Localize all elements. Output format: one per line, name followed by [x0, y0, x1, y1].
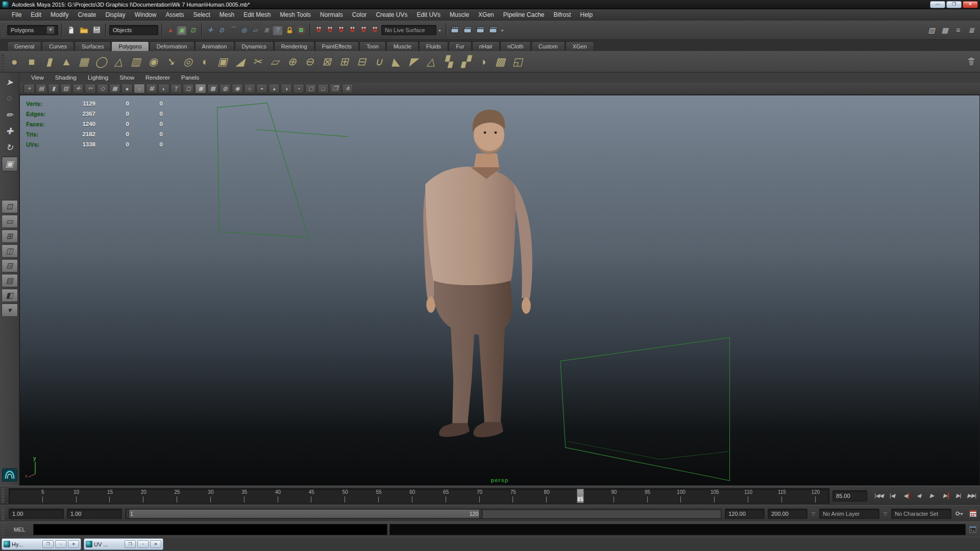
- select-tool-button[interactable]: ➤: [2, 74, 18, 90]
- default-lighting-icon[interactable]: ◉: [232, 84, 243, 93]
- menu-display[interactable]: Display: [101, 10, 130, 20]
- step-back-key-button[interactable]: ◀: [899, 490, 912, 502]
- human-model[interactable]: [423, 110, 532, 437]
- anim-layer-selector[interactable]: No Anim Layer: [819, 509, 879, 519]
- shelf-tab-custom[interactable]: Custom: [531, 41, 565, 51]
- select-hierarchy-icon[interactable]: ▲: [165, 25, 176, 35]
- 3d-viewport-canvas[interactable]: Verts: 1129 0 0 Edges: 2367 0 0 Faces:: [19, 95, 980, 486]
- playback-end-field[interactable]: 120.00: [725, 509, 765, 519]
- xray-icon[interactable]: ◼: [195, 84, 206, 93]
- separate-icon[interactable]: ⊖: [301, 53, 318, 70]
- uv-automatic-mapping-icon[interactable]: ▩: [492, 53, 509, 70]
- time-slider-ruler[interactable]: 85 5101520253035404550556065707580859095…: [9, 488, 829, 504]
- chevron-down-icon[interactable]: ▽: [883, 511, 888, 516]
- poly-sphere-icon[interactable]: ●: [6, 53, 23, 70]
- merge-vertices-icon[interactable]: ∪: [370, 53, 387, 70]
- dof-icon[interactable]: ◔: [293, 84, 304, 93]
- chevron-down-icon[interactable]: ▼: [46, 26, 55, 34]
- panel-menu-renderer[interactable]: Renderer: [140, 73, 176, 82]
- step-back-frame-button[interactable]: |◀: [886, 490, 898, 502]
- chevron-right-icon[interactable]: ▸: [501, 28, 505, 33]
- all-lights-icon[interactable]: ○: [244, 84, 255, 93]
- paint-select-tool-button[interactable]: ✏: [2, 107, 18, 122]
- uv-editor-icon[interactable]: ◱: [509, 53, 526, 70]
- auto-keyframe-icon[interactable]: [954, 509, 965, 519]
- poly-pyramid-icon[interactable]: △: [110, 53, 127, 70]
- character-set-selector[interactable]: No Character Set: [891, 509, 951, 519]
- window-restore-button[interactable]: [42, 540, 54, 548]
- shadows-icon[interactable]: ◓: [256, 84, 267, 93]
- menu-normals[interactable]: Normals: [315, 10, 348, 20]
- shelf-tab-dynamics[interactable]: Dynamics: [235, 41, 274, 51]
- hardware-texturing-icon[interactable]: ◍: [219, 84, 231, 93]
- go-to-end-button[interactable]: ▶▶|: [965, 490, 978, 502]
- step-forward-frame-button[interactable]: ▶|: [952, 490, 965, 502]
- go-to-start-button[interactable]: |◀◀: [872, 490, 885, 502]
- render-settings-icon[interactable]: [488, 24, 499, 36]
- time-slider-grip[interactable]: [1, 488, 5, 504]
- open-render-view-icon[interactable]: [450, 24, 461, 36]
- lock-icon[interactable]: [284, 25, 295, 35]
- poly-cone-icon[interactable]: ▲: [58, 53, 75, 70]
- layout-hypergraph-persp-button[interactable]: ▤: [2, 274, 18, 287]
- smooth-icon[interactable]: ◎: [179, 53, 197, 70]
- minimized-window[interactable]: Hy...: [2, 538, 81, 550]
- isolate-select-icon[interactable]: ▢: [305, 84, 316, 93]
- shelf-tab-muscle[interactable]: Muscle: [386, 41, 419, 51]
- ipr-render-icon[interactable]: [475, 24, 486, 36]
- playback-range-bar[interactable]: 1 120: [126, 509, 483, 518]
- bookmark-icon[interactable]: ▮: [48, 84, 59, 93]
- menu-edit-uvs[interactable]: Edit UVs: [412, 10, 445, 20]
- panel-menu-lighting[interactable]: Lighting: [82, 73, 114, 82]
- bounding-box-icon[interactable]: ⊠: [146, 84, 157, 93]
- rotate-tool-button[interactable]: ↻: [2, 140, 18, 155]
- window-maximize-button[interactable]: [55, 540, 66, 548]
- shelf-tab-fluids[interactable]: Fluids: [419, 41, 448, 51]
- menu-mesh[interactable]: Mesh: [215, 10, 239, 20]
- window-restore-button[interactable]: [125, 540, 136, 548]
- current-time-field[interactable]: 85.00: [832, 490, 867, 502]
- modeling-toolkit-toggle-icon[interactable]: ▨: [926, 24, 937, 36]
- menu-file[interactable]: File: [7, 10, 26, 20]
- menu-pipeline-cache[interactable]: Pipeline Cache: [499, 10, 549, 20]
- universal-manipulator-icon[interactable]: ⊡: [2, 200, 18, 213]
- motion-blur-icon[interactable]: ◑: [281, 84, 292, 93]
- quad-draw-icon[interactable]: ➘: [162, 53, 179, 70]
- move-tool-button[interactable]: ✚: [2, 123, 18, 139]
- snap-magnet-plane-icon[interactable]: [358, 25, 369, 35]
- playback-start-field[interactable]: 1.00: [67, 509, 122, 519]
- render-current-frame-icon[interactable]: [462, 24, 474, 36]
- poly-torus-icon[interactable]: ◯: [92, 53, 110, 70]
- chevron-down-icon[interactable]: ▽: [811, 511, 816, 516]
- select-camera-icon[interactable]: ⌖: [23, 84, 35, 93]
- snap-to-curve-icon[interactable]: ⌒: [228, 25, 238, 35]
- new-scene-icon[interactable]: [65, 24, 77, 36]
- multi-cut-icon[interactable]: ✂: [249, 53, 266, 70]
- menu-set-selector[interactable]: Polygons ▼: [7, 25, 58, 35]
- status-line-grip[interactable]: [1, 22, 5, 38]
- menu-muscle[interactable]: Muscle: [445, 10, 474, 20]
- snap-to-grid-icon[interactable]: ✛: [205, 25, 215, 35]
- step-forward-key-button[interactable]: ▶: [939, 490, 951, 502]
- shelf-tab-animation[interactable]: Animation: [195, 41, 234, 51]
- snap-magnet-center-icon[interactable]: [347, 25, 357, 35]
- snap-to-point-icon[interactable]: ⊙: [216, 25, 227, 35]
- shelf-tab-surfaces[interactable]: Surfaces: [75, 41, 111, 51]
- menu-select[interactable]: Select: [188, 10, 214, 20]
- shelf-tab-ncloth[interactable]: nCloth: [500, 41, 531, 51]
- layout-four-pane-button[interactable]: ⊞: [2, 230, 18, 243]
- menu-create-uvs[interactable]: Create UVs: [371, 10, 412, 20]
- lasso-tool-button[interactable]: ◌: [2, 91, 18, 106]
- wire-on-shaded-icon[interactable]: ◻: [183, 84, 194, 93]
- window-close-button[interactable]: [68, 540, 79, 548]
- scale-tool-button[interactable]: ▣: [2, 156, 18, 171]
- layout-persp-outliner-graph-button[interactable]: ◧: [2, 289, 18, 302]
- menu-modify[interactable]: Modify: [46, 10, 73, 20]
- shaded-icon[interactable]: ●: [121, 84, 133, 93]
- use-default-material-icon[interactable]: T: [170, 84, 182, 93]
- command-line-grip[interactable]: [1, 523, 5, 535]
- snap-magnet-point-icon[interactable]: [336, 25, 346, 35]
- shelf-tab-xgen[interactable]: XGen: [566, 41, 594, 51]
- make-live-magnet-icon[interactable]: [370, 25, 380, 35]
- spin-edge-icon[interactable]: △: [422, 53, 439, 70]
